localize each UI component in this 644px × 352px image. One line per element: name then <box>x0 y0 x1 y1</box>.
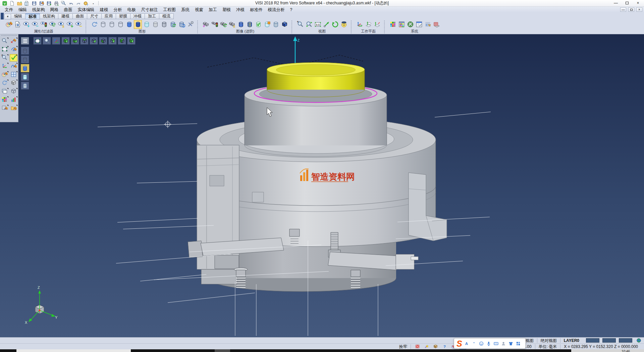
zoom-scale-button[interactable]: ± <box>1 54 8 61</box>
select-frame-button[interactable] <box>33 37 42 45</box>
ime-skin-button[interactable] <box>508 341 514 346</box>
system-image-button[interactable] <box>397 20 406 29</box>
validate-cyl-button[interactable] <box>254 20 262 29</box>
tab-编辑[interactable]: 编辑 <box>11 13 25 19</box>
menu-item-网格[interactable]: 网格 <box>48 7 61 13</box>
regen-view-button[interactable] <box>1 79 8 87</box>
menu-item-线架构[interactable]: 线架构 <box>30 7 48 13</box>
show-entities-button[interactable]: + <box>22 20 30 29</box>
grid-edit-button[interactable] <box>1 104 8 112</box>
redo-button[interactable] <box>75 0 82 6</box>
adv-filter-button[interactable] <box>211 20 219 29</box>
new-file-button[interactable] <box>9 0 15 6</box>
tagged-cyl-button[interactable] <box>263 20 271 29</box>
layer-color-swatch[interactable] <box>586 338 599 343</box>
move-axis-button[interactable] <box>1 62 8 70</box>
menu-item-尺寸标注[interactable]: 尺寸标注 <box>139 7 161 13</box>
tab-曲面[interactable]: 曲面 <box>73 13 87 19</box>
shaded-edges-button[interactable] <box>134 20 142 29</box>
full-view-button[interactable] <box>127 37 136 45</box>
delete-sketch-button[interactable]: × <box>10 37 17 45</box>
viewport-menu-button[interactable] <box>21 37 29 45</box>
folder-edit-button[interactable] <box>10 104 17 112</box>
zoom-window-button[interactable] <box>1 46 8 53</box>
tab-dropdown-button[interactable]: ▼ <box>4 14 11 19</box>
macro-button[interactable]: ? <box>83 0 89 6</box>
menu-item-建模[interactable]: 建模 <box>97 7 111 13</box>
attributes-brush-button[interactable] <box>5 20 13 29</box>
strip-hidden-button[interactable] <box>21 55 29 63</box>
toggle-visibility-button[interactable]: ± <box>57 20 65 29</box>
preview-button[interactable] <box>60 0 67 6</box>
layer-indicator[interactable]: LAYER0 <box>560 338 583 343</box>
solid-cube-button[interactable] <box>280 20 288 29</box>
tab-冲模[interactable]: 冲模 <box>130 13 145 19</box>
adv-refresh-button[interactable] <box>219 20 227 29</box>
strip-shaded-button[interactable] <box>21 64 29 72</box>
menu-item-模流分析[interactable]: 模流分析 <box>265 7 287 13</box>
transparent-shaded-button[interactable] <box>143 20 151 29</box>
history-button[interactable] <box>414 344 421 349</box>
pick-wand-button[interactable] <box>423 344 430 349</box>
ime-account-button[interactable] <box>501 341 506 346</box>
shade-cube-button[interactable] <box>10 79 17 87</box>
zoom-one-to-one-button[interactable]: 1:1 <box>314 20 322 29</box>
hatched-cyl-button[interactable] <box>272 20 280 29</box>
taskbar-app-segment[interactable] <box>16 349 131 352</box>
confirm-button[interactable] <box>10 54 17 61</box>
hide-all-button[interactable]: − <box>74 20 83 29</box>
tab-线架构[interactable]: 线架构 <box>40 13 58 19</box>
graphics-settings-button[interactable] <box>186 20 194 29</box>
strip-hatched-button[interactable] <box>21 82 29 90</box>
taskbar-segment[interactable] <box>215 349 230 352</box>
menu-item-?[interactable]: ? <box>287 7 295 13</box>
edit-curve-button[interactable] <box>10 62 17 70</box>
menu-item-加工[interactable]: 加工 <box>206 7 220 13</box>
ime-voice-button[interactable] <box>486 341 492 346</box>
mesh-button[interactable] <box>160 20 168 29</box>
lock-toggle[interactable]: 拴牢 <box>396 344 411 349</box>
stats-button[interactable] <box>10 96 17 103</box>
ime-toolbox-button[interactable] <box>516 341 521 346</box>
filter-page-button[interactable] <box>13 20 21 29</box>
zoom-in-button[interactable]: + <box>296 20 304 29</box>
menu-item-标准件[interactable]: 标准件 <box>247 7 265 13</box>
show-all-button[interactable]: + <box>66 20 74 29</box>
layer-color-swatch[interactable] <box>602 338 616 343</box>
layers-button[interactable] <box>1 88 8 95</box>
menu-item-电极[interactable]: 电极 <box>125 7 139 13</box>
system-window-button[interactable] <box>415 20 423 29</box>
workplane-create-button[interactable] <box>356 20 364 29</box>
tab-应用[interactable]: 应用 <box>102 13 116 19</box>
sogou-logo[interactable]: S <box>457 339 462 348</box>
flat-shaded-button[interactable] <box>151 20 159 29</box>
attributes-button[interactable] <box>1 71 8 78</box>
view-mode-indicator[interactable]: 绝对视图 <box>537 338 560 343</box>
menu-item-视窗[interactable]: 视窗 <box>192 7 206 13</box>
save-button[interactable] <box>31 0 37 6</box>
refresh-visibility-button[interactable] <box>48 20 56 29</box>
left-view-button[interactable] <box>99 37 107 45</box>
units-indicator[interactable]: 单位: 毫米 <box>535 344 560 349</box>
ime-font-button[interactable]: A <box>464 341 470 346</box>
online-globe-button[interactable] <box>635 338 642 343</box>
snap-grid-button[interactable] <box>424 20 432 29</box>
quick-access-dropdown[interactable]: ▼ <box>90 0 96 6</box>
menu-item-曲面[interactable]: 曲面 <box>61 7 75 13</box>
print-button[interactable] <box>53 0 59 6</box>
copy-view-button[interactable] <box>177 20 185 29</box>
insert-file-button[interactable] <box>23 0 30 6</box>
grid-settings-button[interactable] <box>432 20 440 29</box>
workplane-align-button[interactable] <box>373 20 381 29</box>
wireframe-button[interactable] <box>99 20 107 29</box>
tab-模流[interactable]: 模流 <box>159 13 174 19</box>
maximize-button[interactable] <box>623 0 631 6</box>
views-window-button[interactable] <box>10 71 17 78</box>
menu-item-工程图[interactable]: 工程图 <box>161 7 179 13</box>
visi-logo[interactable]: V <box>1 0 8 6</box>
tab-加工[interactable]: 加工 <box>145 13 159 19</box>
ime-punct-button[interactable]: ’’ <box>471 341 477 346</box>
zoom-extents-button[interactable] <box>305 20 313 29</box>
strip-wireframe-button[interactable] <box>21 47 29 55</box>
mdi-restore-button[interactable] <box>628 7 634 12</box>
